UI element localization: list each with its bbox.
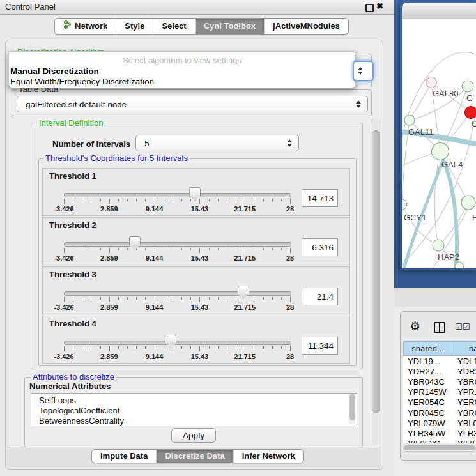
network-node[interactable] [402, 199, 407, 210]
tab-select[interactable]: Select [153, 19, 194, 34]
node-label: GAL80 [433, 89, 458, 98]
tick-mark [290, 346, 291, 351]
tick-mark [164, 297, 164, 300]
tick-mark [181, 199, 182, 201]
attribute-list-item[interactable]: BetweennessCentrality [39, 416, 124, 426]
table-row[interactable]: YBL079WYBL0 [403, 418, 476, 429]
node-label: G [466, 93, 473, 103]
table-row[interactable]: YDR27...YDR2 [403, 367, 476, 377]
network-node[interactable] [433, 240, 444, 251]
numerical-attributes-list[interactable]: SelfLoopsTopologicalCoefficientBetweenne… [31, 393, 357, 426]
attribute-list-item[interactable]: SelfLoops [39, 395, 76, 405]
apply-button[interactable]: Apply [171, 428, 216, 443]
tick-mark [227, 199, 227, 201]
settings-scrollbar-thumb[interactable] [372, 130, 380, 413]
float-window-icon[interactable] [365, 4, 374, 12]
cell-shared-name: YIL052C [408, 439, 440, 443]
gear-icon[interactable]: ⚙ [410, 319, 420, 334]
threshold-value-field[interactable]: 14.713 [302, 189, 338, 207]
columns-icon[interactable] [434, 322, 445, 333]
tick-mark [218, 248, 219, 250]
network-window-titlebar[interactable] [402, 3, 476, 20]
attributes-scrollbar-thumb[interactable] [349, 394, 355, 420]
table-row[interactable]: YLR345WYLR3 [403, 429, 476, 439]
tick-label: 28 [286, 254, 294, 262]
threshold-slider-thumb[interactable] [129, 236, 141, 250]
tick-mark [218, 346, 219, 349]
tick-mark [73, 248, 73, 250]
tick-mark [227, 346, 227, 349]
threshold-slider-track[interactable] [64, 242, 291, 247]
threshold-value-field[interactable]: 21.4 [302, 288, 338, 305]
tick-label: -3.426 [54, 303, 73, 311]
tab-network[interactable]: Network [55, 19, 116, 34]
tick-label: 21.715 [234, 353, 256, 360]
threshold-label: Threshold 1 [49, 171, 96, 181]
algorithm-prompt-item[interactable]: Select algorithm to view settings [9, 56, 355, 65]
tick-label: 21.715 [234, 303, 256, 311]
tick-mark [155, 248, 155, 253]
network-node[interactable] [404, 115, 415, 125]
algorithm-combobox[interactable] [353, 61, 374, 81]
threshold-slider-track[interactable] [64, 341, 291, 345]
threshold-label: Threshold 2 [49, 220, 96, 230]
table-row[interactable]: YIL052CYIL0 [403, 439, 476, 443]
top-tab-bar: NetworkStyleSelectCyni ToolboxjActiveMNo… [54, 18, 349, 35]
close-icon[interactable]: ✖ [376, 1, 383, 11]
threshold-slider-track[interactable] [64, 193, 291, 197]
threshold-slider-thumb[interactable] [165, 335, 176, 349]
column-header-shared-name[interactable]: shared... [403, 341, 452, 356]
table-row[interactable]: YER054CYER0 [403, 397, 476, 408]
attribute-list-item[interactable]: TopologicalCoefficient [39, 406, 119, 415]
tab-cyni-toolbox[interactable]: Cyni Toolbox [195, 19, 264, 34]
network-node[interactable] [461, 196, 475, 210]
number-of-intervals-combobox[interactable]: 5 [135, 135, 299, 151]
network-node[interactable] [462, 81, 473, 92]
table-row[interactable]: YPR145WYPR1 [403, 387, 476, 397]
tick-mark [199, 199, 200, 204]
tick-mark [145, 297, 146, 300]
tick-mark [209, 297, 210, 300]
cell-shared-name: YLR345W [408, 429, 445, 438]
table-row[interactable]: YBR045CYBR0 [403, 408, 476, 418]
table-row[interactable]: YDL19...YDL1 [403, 357, 476, 367]
network-edge[interactable] [402, 204, 438, 245]
checkbox-icon[interactable]: ☑ [455, 322, 463, 332]
tick-mark [145, 199, 146, 201]
network-node[interactable] [455, 262, 464, 268]
tab-style[interactable]: Style [116, 19, 153, 34]
column-header-name[interactable]: na [452, 341, 476, 356]
checkbox-icon[interactable]: ☑ [463, 322, 470, 332]
tick-mark [245, 346, 245, 351]
tab-discretize-data[interactable]: Discretize Data [156, 450, 233, 463]
threshold-slider-track[interactable] [64, 291, 291, 296]
tick-mark [281, 199, 282, 201]
node-label: GAL4 [441, 160, 463, 169]
tick-mark [190, 199, 191, 201]
network-node[interactable] [432, 143, 449, 160]
algorithm-option-equal-width[interactable]: Equal Width/Frequency Discretization [10, 77, 154, 86]
network-canvas[interactable]: GAL80GCGAL11GAL4GCY1HHAP2 [402, 19, 476, 268]
threshold-slider-thumb[interactable] [238, 286, 249, 300]
table-hscrollbar-thumb[interactable] [404, 445, 475, 450]
tab-jactivemnodules[interactable]: jActiveMNodules [264, 19, 348, 34]
tab-infer-network[interactable]: Infer Network [233, 450, 303, 463]
tick-mark [100, 248, 101, 250]
threshold-value-field[interactable]: 6.316 [302, 238, 338, 256]
cell-shared-name: YPR145W [408, 387, 447, 397]
tab-impute-data[interactable]: Impute Data [92, 450, 156, 463]
tick-mark [64, 248, 65, 253]
network-node[interactable] [465, 107, 476, 119]
tick-mark [272, 248, 273, 250]
tick-mark [209, 248, 210, 250]
table-row[interactable]: YBR043CYBR0 [403, 377, 476, 387]
tick-mark [236, 297, 236, 300]
tick-mark [127, 297, 128, 300]
table-data-combobox[interactable]: galFiltered.sif default node [17, 96, 368, 112]
algorithm-option-manual[interactable]: Manual Discretization [10, 66, 99, 76]
thresholds-group-title: Threshold's Coordinates for 5 Intervals [43, 154, 190, 162]
tick-mark [236, 248, 236, 250]
tick-mark [145, 248, 146, 250]
threshold-value-field[interactable]: 11.344 [302, 337, 338, 355]
network-node[interactable] [426, 77, 437, 88]
